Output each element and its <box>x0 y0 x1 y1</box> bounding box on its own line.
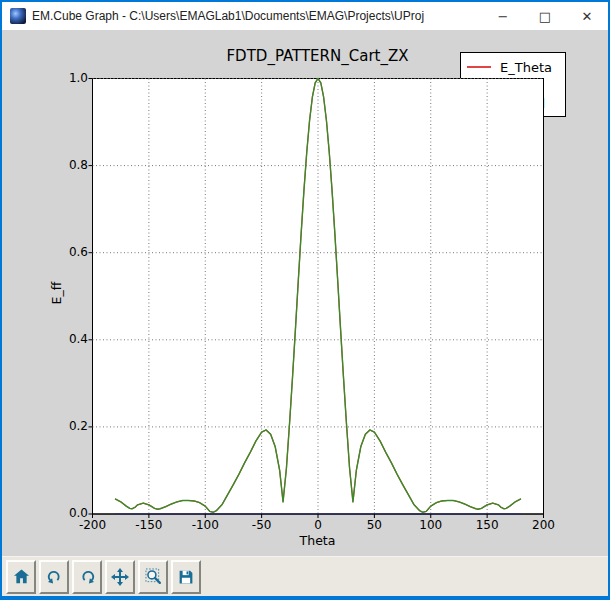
pan-icon <box>110 567 130 587</box>
x-tick-label: -150 <box>124 518 174 532</box>
x-tick-label: 50 <box>349 518 399 532</box>
y-tick-label: 0.4 <box>46 332 88 346</box>
window-title: EM.Cube Graph - C:\Users\EMAGLab1\Docume… <box>32 9 424 23</box>
x-tick-label: -200 <box>68 518 118 532</box>
y-tick-label: 1.0 <box>46 71 88 85</box>
maximize-button[interactable]: □ <box>524 2 566 30</box>
minimize-button[interactable]: − <box>482 2 524 30</box>
save-button[interactable] <box>171 560 201 594</box>
x-tick-label: 0 <box>293 518 343 532</box>
home-button[interactable] <box>6 560 36 594</box>
zoom-button[interactable] <box>138 560 168 594</box>
back-icon <box>46 568 63 585</box>
x-tick-label: 200 <box>519 518 569 532</box>
figure-area[interactable]: FDTD_PATTERN_Cart_ZX Theta E_ff E_ThetaE… <box>2 30 608 556</box>
y-tick-label: 0.6 <box>46 245 88 259</box>
forward-button[interactable] <box>72 560 102 594</box>
plot-canvas[interactable] <box>2 30 608 556</box>
x-tick-label: 100 <box>406 518 456 532</box>
title-bar: EM.Cube Graph - C:\Users\EMAGLab1\Docume… <box>2 2 608 30</box>
y-tick-label: 0.0 <box>46 506 88 520</box>
x-tick-label: -100 <box>180 518 230 532</box>
x-tick-label: -50 <box>237 518 287 532</box>
y-tick-label: 0.2 <box>46 419 88 433</box>
zoom-rect-icon <box>144 567 163 586</box>
x-tick-label: 150 <box>462 518 512 532</box>
save-icon <box>177 568 195 586</box>
plot-toolbar <box>2 556 608 596</box>
app-icon <box>10 8 26 24</box>
window-controls: − □ ✕ <box>482 2 608 30</box>
pan-button[interactable] <box>105 560 135 594</box>
y-tick-label: 0.8 <box>46 158 88 172</box>
close-button[interactable]: ✕ <box>566 2 608 30</box>
home-icon <box>12 567 31 586</box>
forward-icon <box>79 568 96 585</box>
app-window: EM.Cube Graph - C:\Users\EMAGLab1\Docume… <box>0 0 610 600</box>
back-button[interactable] <box>39 560 69 594</box>
